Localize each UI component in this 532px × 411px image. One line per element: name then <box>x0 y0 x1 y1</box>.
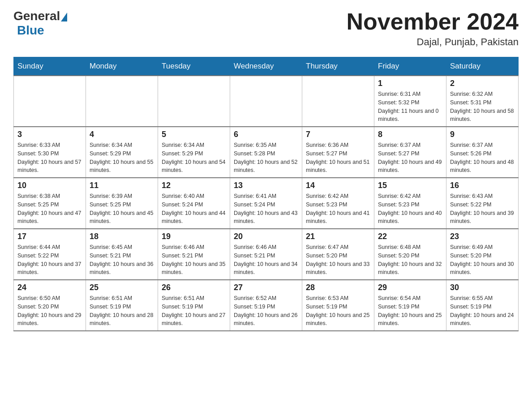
day-number: 27 <box>234 283 298 292</box>
calendar-cell: 18Sunrise: 6:45 AMSunset: 5:21 PMDayligh… <box>86 229 158 280</box>
calendar-cell: 24Sunrise: 6:50 AMSunset: 5:20 PMDayligh… <box>14 280 86 331</box>
calendar-week-row: 10Sunrise: 6:38 AMSunset: 5:25 PMDayligh… <box>14 178 519 229</box>
weekday-header-sunday: Sunday <box>14 57 86 76</box>
day-number: 13 <box>234 181 298 190</box>
day-info: Sunrise: 6:48 AMSunset: 5:20 PMDaylight:… <box>378 243 442 277</box>
day-number: 6 <box>234 130 298 139</box>
day-number: 18 <box>90 232 154 241</box>
day-number: 17 <box>17 232 82 241</box>
day-info: Sunrise: 6:31 AMSunset: 5:32 PMDaylight:… <box>378 90 442 124</box>
day-number: 21 <box>306 232 370 241</box>
calendar-cell: 11Sunrise: 6:39 AMSunset: 5:25 PMDayligh… <box>86 178 158 229</box>
day-number: 19 <box>162 232 226 241</box>
calendar-cell: 16Sunrise: 6:43 AMSunset: 5:22 PMDayligh… <box>446 178 519 229</box>
day-number: 9 <box>450 130 515 139</box>
day-info: Sunrise: 6:52 AMSunset: 5:19 PMDaylight:… <box>234 294 298 328</box>
logo-blue-text: Blue <box>17 23 44 37</box>
calendar-cell: 4Sunrise: 6:34 AMSunset: 5:29 PMDaylight… <box>86 127 158 178</box>
weekday-header-tuesday: Tuesday <box>158 57 230 76</box>
day-number: 12 <box>162 181 226 190</box>
day-number: 16 <box>450 181 515 190</box>
calendar-cell: 20Sunrise: 6:46 AMSunset: 5:21 PMDayligh… <box>230 229 302 280</box>
weekday-header-saturday: Saturday <box>446 57 519 76</box>
day-number: 10 <box>17 181 82 190</box>
day-info: Sunrise: 6:38 AMSunset: 5:25 PMDaylight:… <box>17 192 82 226</box>
calendar-header-row: SundayMondayTuesdayWednesdayThursdayFrid… <box>14 57 519 76</box>
day-number: 11 <box>90 181 154 190</box>
day-number: 1 <box>378 79 442 88</box>
day-info: Sunrise: 6:50 AMSunset: 5:20 PMDaylight:… <box>17 294 82 328</box>
calendar-cell: 6Sunrise: 6:35 AMSunset: 5:28 PMDaylight… <box>230 127 302 178</box>
calendar-cell: 10Sunrise: 6:38 AMSunset: 5:25 PMDayligh… <box>14 178 86 229</box>
day-number: 20 <box>234 232 298 241</box>
day-info: Sunrise: 6:55 AMSunset: 5:19 PMDaylight:… <box>450 294 515 328</box>
day-info: Sunrise: 6:40 AMSunset: 5:24 PMDaylight:… <box>162 192 226 226</box>
calendar-cell: 29Sunrise: 6:54 AMSunset: 5:19 PMDayligh… <box>374 280 446 331</box>
title-section: November 2024 Dajal, Punjab, Pakistan <box>347 9 519 48</box>
calendar-cell: 30Sunrise: 6:55 AMSunset: 5:19 PMDayligh… <box>446 280 519 331</box>
calendar-cell <box>14 76 86 127</box>
day-number: 15 <box>378 181 442 190</box>
day-info: Sunrise: 6:51 AMSunset: 5:19 PMDaylight:… <box>90 294 154 328</box>
calendar-cell: 13Sunrise: 6:41 AMSunset: 5:24 PMDayligh… <box>230 178 302 229</box>
day-number: 30 <box>450 283 515 292</box>
day-info: Sunrise: 6:39 AMSunset: 5:25 PMDaylight:… <box>90 192 154 226</box>
day-info: Sunrise: 6:46 AMSunset: 5:21 PMDaylight:… <box>162 243 226 277</box>
calendar-week-row: 3Sunrise: 6:33 AMSunset: 5:30 PMDaylight… <box>14 127 519 178</box>
day-info: Sunrise: 6:42 AMSunset: 5:23 PMDaylight:… <box>378 192 442 226</box>
calendar-week-row: 17Sunrise: 6:44 AMSunset: 5:22 PMDayligh… <box>14 229 519 280</box>
day-info: Sunrise: 6:37 AMSunset: 5:26 PMDaylight:… <box>450 141 515 175</box>
page-header: General Blue November 2024 Dajal, Punjab… <box>13 9 519 48</box>
calendar-cell: 21Sunrise: 6:47 AMSunset: 5:20 PMDayligh… <box>302 229 374 280</box>
calendar-cell: 28Sunrise: 6:53 AMSunset: 5:19 PMDayligh… <box>302 280 374 331</box>
month-title: November 2024 <box>347 9 519 34</box>
day-number: 24 <box>17 283 82 292</box>
day-number: 3 <box>17 130 82 139</box>
day-number: 7 <box>306 130 370 139</box>
day-info: Sunrise: 6:42 AMSunset: 5:23 PMDaylight:… <box>306 192 370 226</box>
calendar-cell: 14Sunrise: 6:42 AMSunset: 5:23 PMDayligh… <box>302 178 374 229</box>
logo-general-text: General <box>13 9 60 23</box>
calendar-cell: 2Sunrise: 6:32 AMSunset: 5:31 PMDaylight… <box>446 76 519 127</box>
logo-triangle-icon <box>61 13 67 21</box>
day-number: 5 <box>162 130 226 139</box>
day-info: Sunrise: 6:53 AMSunset: 5:19 PMDaylight:… <box>306 294 370 328</box>
calendar-week-row: 24Sunrise: 6:50 AMSunset: 5:20 PMDayligh… <box>14 280 519 331</box>
calendar-cell: 19Sunrise: 6:46 AMSunset: 5:21 PMDayligh… <box>158 229 230 280</box>
weekday-header-wednesday: Wednesday <box>230 57 302 76</box>
day-number: 28 <box>306 283 370 292</box>
day-number: 25 <box>90 283 154 292</box>
day-info: Sunrise: 6:35 AMSunset: 5:28 PMDaylight:… <box>234 141 298 175</box>
calendar-cell <box>158 76 230 127</box>
day-number: 8 <box>378 130 442 139</box>
calendar-cell: 5Sunrise: 6:34 AMSunset: 5:29 PMDaylight… <box>158 127 230 178</box>
day-number: 22 <box>378 232 442 241</box>
day-info: Sunrise: 6:54 AMSunset: 5:19 PMDaylight:… <box>378 294 442 328</box>
day-info: Sunrise: 6:46 AMSunset: 5:21 PMDaylight:… <box>234 243 298 277</box>
calendar-cell: 1Sunrise: 6:31 AMSunset: 5:32 PMDaylight… <box>374 76 446 127</box>
calendar-cell: 7Sunrise: 6:36 AMSunset: 5:27 PMDaylight… <box>302 127 374 178</box>
calendar-cell <box>86 76 158 127</box>
day-info: Sunrise: 6:51 AMSunset: 5:19 PMDaylight:… <box>162 294 226 328</box>
calendar-cell: 12Sunrise: 6:40 AMSunset: 5:24 PMDayligh… <box>158 178 230 229</box>
day-info: Sunrise: 6:34 AMSunset: 5:29 PMDaylight:… <box>162 141 226 175</box>
day-info: Sunrise: 6:41 AMSunset: 5:24 PMDaylight:… <box>234 192 298 226</box>
calendar-cell: 8Sunrise: 6:37 AMSunset: 5:27 PMDaylight… <box>374 127 446 178</box>
day-number: 29 <box>378 283 442 292</box>
calendar-week-row: 1Sunrise: 6:31 AMSunset: 5:32 PMDaylight… <box>14 76 519 127</box>
day-info: Sunrise: 6:45 AMSunset: 5:21 PMDaylight:… <box>90 243 154 277</box>
day-info: Sunrise: 6:49 AMSunset: 5:20 PMDaylight:… <box>450 243 515 277</box>
calendar-cell <box>302 76 374 127</box>
day-info: Sunrise: 6:44 AMSunset: 5:22 PMDaylight:… <box>17 243 82 277</box>
day-info: Sunrise: 6:33 AMSunset: 5:30 PMDaylight:… <box>17 141 82 175</box>
calendar-cell: 22Sunrise: 6:48 AMSunset: 5:20 PMDayligh… <box>374 229 446 280</box>
calendar-cell: 25Sunrise: 6:51 AMSunset: 5:19 PMDayligh… <box>86 280 158 331</box>
calendar-cell: 9Sunrise: 6:37 AMSunset: 5:26 PMDaylight… <box>446 127 519 178</box>
calendar-cell: 26Sunrise: 6:51 AMSunset: 5:19 PMDayligh… <box>158 280 230 331</box>
calendar-cell: 27Sunrise: 6:52 AMSunset: 5:19 PMDayligh… <box>230 280 302 331</box>
weekday-header-friday: Friday <box>374 57 446 76</box>
day-info: Sunrise: 6:34 AMSunset: 5:29 PMDaylight:… <box>90 141 154 175</box>
calendar-cell: 15Sunrise: 6:42 AMSunset: 5:23 PMDayligh… <box>374 178 446 229</box>
day-number: 2 <box>450 79 515 88</box>
logo: General Blue <box>13 9 67 38</box>
